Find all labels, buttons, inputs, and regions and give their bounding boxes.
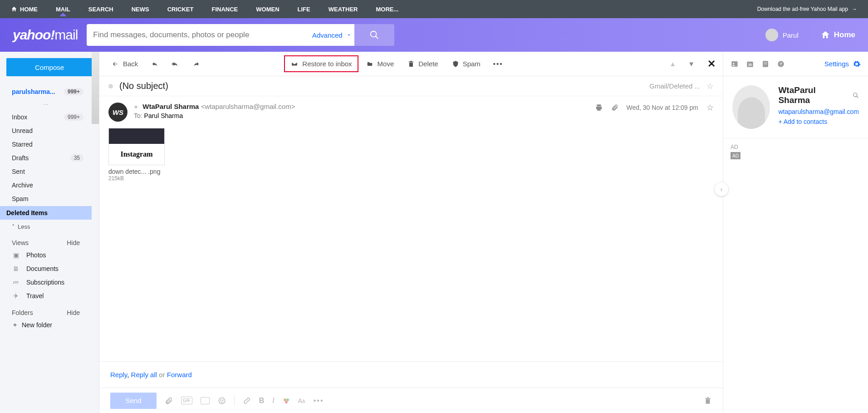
nav-life[interactable]: LIFE	[298, 6, 310, 13]
nav-mail[interactable]: MAIL	[56, 6, 70, 13]
download-app-link[interactable]: Download the ad-free Yahoo Mail app →	[757, 6, 857, 12]
search-contact-icon[interactable]	[853, 92, 859, 98]
nav-more[interactable]: MORE...	[376, 6, 398, 13]
close-button[interactable]: ✕	[707, 58, 716, 70]
compose-button[interactable]: Compose	[6, 58, 93, 76]
travel-icon: ✈	[12, 292, 20, 300]
nav-news[interactable]: NEWS	[132, 6, 149, 13]
bold-icon[interactable]: B	[259, 397, 265, 405]
star-toggle[interactable]: ☆	[706, 81, 714, 91]
folder-sent[interactable]: Sent	[6, 165, 85, 178]
reply-bar: Reply, Reply all or Forward	[99, 361, 723, 388]
attach-file-icon[interactable]	[165, 397, 173, 405]
font-size-icon[interactable]: AA	[298, 397, 305, 404]
reply-button[interactable]	[147, 58, 162, 70]
compose-more-icon[interactable]: •••	[314, 397, 324, 405]
svg-point-3	[221, 399, 221, 400]
header: yahoo!mail Advanced Parul Home	[0, 18, 868, 52]
to-line: To: Parul Sharma	[134, 112, 295, 119]
folder-starred[interactable]: Starred	[6, 138, 85, 151]
contact-email[interactable]: wtaparulsharma@gmail.com	[778, 108, 859, 115]
view-travel[interactable]: ✈Travel	[6, 289, 85, 303]
svg-point-6	[286, 398, 289, 401]
more-actions[interactable]: •••	[490, 57, 507, 70]
forward-link[interactable]: Forward	[167, 371, 192, 379]
calendar-icon[interactable]: 30	[746, 60, 754, 68]
reply-all-link[interactable]: Reply all	[131, 371, 157, 379]
home-button[interactable]: Home	[820, 30, 855, 40]
subject-row: (No subject) Gmail/Deleted ... ☆	[99, 76, 723, 96]
chevron-down-icon	[346, 32, 352, 38]
compose-bar: Send GIF B I AA •••	[99, 388, 723, 413]
link-icon[interactable]	[243, 397, 251, 405]
user-menu[interactable]: Parul	[765, 29, 799, 41]
sidebar-scrollbar[interactable]	[92, 52, 99, 413]
account-item[interactable]: parulsharma... 999+	[6, 85, 85, 98]
delete-button[interactable]: Delete	[403, 57, 442, 70]
nav-home[interactable]: HOME	[11, 6, 38, 13]
forward-button[interactable]	[189, 58, 204, 70]
search-input[interactable]	[87, 24, 309, 46]
next-message[interactable]: ▼	[684, 57, 698, 70]
settings-link[interactable]: Settings	[824, 60, 861, 68]
folder-spam[interactable]: Spam	[6, 192, 85, 205]
color-icon[interactable]	[283, 397, 290, 404]
search-button[interactable]	[354, 24, 394, 46]
prev-message[interactable]: ▲	[666, 57, 680, 70]
nav-cricket[interactable]: CRICKET	[167, 6, 194, 13]
reply-all-button[interactable]	[167, 58, 184, 70]
svg-text:?: ?	[780, 62, 782, 66]
nav-finance[interactable]: FINANCE	[211, 6, 238, 13]
view-documents[interactable]: 🗎Documents	[6, 262, 85, 275]
restore-to-inbox-button[interactable]: Restore to inbox	[286, 57, 356, 70]
folder-drafts[interactable]: Drafts 35	[6, 152, 85, 164]
spam-button[interactable]: Spam	[447, 57, 485, 70]
help-icon[interactable]: ?	[777, 60, 785, 68]
folder-inbox[interactable]: Inbox 999+	[6, 111, 85, 123]
contacts-icon[interactable]	[731, 60, 739, 68]
add-to-contacts[interactable]: + Add to contacts	[778, 118, 859, 125]
send-button[interactable]: Send	[110, 393, 157, 409]
views-hide[interactable]: Hide	[67, 239, 80, 246]
subscriptions-icon: ≔	[12, 279, 20, 286]
folder-archive[interactable]: Archive	[6, 179, 85, 192]
folder-unread[interactable]: Unread	[6, 124, 85, 137]
from-line: ● WtaParul Sharma <wtaparulsharma@gmail.…	[134, 103, 295, 110]
nav-search[interactable]: SEARCH	[88, 6, 113, 13]
star-toggle-msg[interactable]: ☆	[706, 103, 714, 113]
print-icon[interactable]	[595, 103, 603, 112]
italic-icon[interactable]: I	[272, 397, 274, 405]
gif-icon[interactable]: GIF	[181, 397, 192, 404]
nav-weather[interactable]: WEATHER	[329, 6, 358, 13]
documents-icon: 🗎	[12, 265, 20, 272]
home-icon	[11, 6, 17, 12]
discard-icon[interactable]	[704, 397, 712, 405]
view-photos[interactable]: ▣Photos	[6, 248, 85, 262]
move-icon	[366, 61, 374, 67]
emoji-icon[interactable]	[218, 397, 226, 405]
sidebar: Compose parulsharma... 999+ … Inbox 999+…	[0, 52, 99, 413]
view-subscriptions[interactable]: ≔Subscriptions	[6, 275, 85, 289]
back-button[interactable]: Back	[107, 57, 142, 70]
top-nav: HOME MAIL SEARCH NEWS CRICKET FINANCE WO…	[0, 0, 868, 18]
card-icon[interactable]	[201, 397, 210, 404]
caret-down-icon: ▼	[688, 60, 695, 68]
attachment-icon[interactable]	[611, 104, 618, 111]
less-toggle[interactable]: ˄ Less	[6, 221, 85, 233]
right-pane: 30 ? Settings WtaParul Sharma wtaparulsh…	[723, 52, 868, 413]
notepad-icon[interactable]	[761, 60, 770, 68]
account-more[interactable]: …	[6, 99, 85, 111]
reading-pane: Back Restore to inbox Move Delete Spam	[99, 52, 723, 413]
next-message-float[interactable]: ›	[715, 182, 728, 196]
reply-link[interactable]: Reply	[110, 371, 127, 379]
folder-deleted-items[interactable]: Deleted Items	[0, 206, 92, 220]
svg-point-17	[853, 93, 857, 97]
folders-hide[interactable]: Hide	[67, 309, 80, 316]
yahoo-mail-logo[interactable]: yahoo!mail	[13, 27, 78, 43]
nav-women[interactable]: WOMEN	[256, 6, 279, 13]
new-folder[interactable]: ＋ New folder	[6, 318, 85, 332]
move-button[interactable]: Move	[361, 57, 399, 70]
advanced-search[interactable]: Advanced	[309, 24, 354, 46]
attachment[interactable]: Instagram down detec... .png 215kB	[108, 128, 165, 182]
svg-point-0	[371, 31, 377, 37]
